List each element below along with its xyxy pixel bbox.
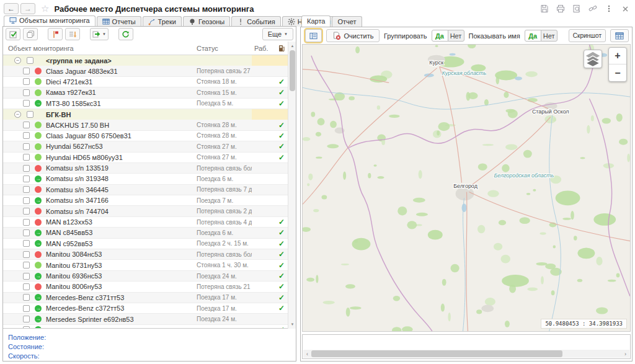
row-checkbox[interactable] [23, 305, 30, 312]
row-checkbox[interactable] [23, 154, 30, 161]
scroll-up-arrow[interactable]: ▲ [288, 44, 296, 48]
horizontal-scrollbar[interactable]: ‹ › [303, 350, 629, 358]
tab-report[interactable]: Отчет [332, 16, 362, 27]
table-row[interactable]: →MAN с952вв53Поездка 2 ч. 15 м.✓ [3, 239, 288, 249]
table-row[interactable]: →Mercedes-Benz с372тт53Поездка 17 м.✓ [3, 303, 288, 314]
table-row[interactable]: BACKHUS 17.50 BHСтоянка 28 м.✓ [3, 120, 288, 130]
row-checkbox[interactable] [23, 240, 30, 247]
map-layers-button[interactable] [584, 50, 602, 68]
tab-events[interactable]: События [231, 16, 280, 27]
table-row[interactable]: Claas Jaguar 4883ек31Потеряна связь 27 д… [3, 66, 288, 76]
row-checkbox[interactable] [23, 122, 30, 128]
table-row[interactable]: →✓ [3, 325, 288, 329]
uncheck-all-button[interactable] [23, 28, 38, 40]
print-icon[interactable] [556, 4, 566, 14]
map-area[interactable]: Курск Курская область Старый Оскол Белго… [302, 44, 631, 332]
forward-button[interactable]: → [20, 3, 35, 14]
scrollbar-track[interactable] [311, 350, 621, 357]
more-button[interactable]: Еще ▼ [262, 28, 293, 40]
map-settings-button[interactable] [610, 29, 629, 42]
table-row[interactable]: →Mercedes-Benz с371тт53Поездка 17 м.✓ [3, 293, 288, 303]
row-checkbox[interactable] [23, 175, 30, 182]
column-header-status[interactable]: Статус [194, 42, 252, 55]
row-checkbox[interactable] [23, 251, 30, 258]
table-vertical-scrollbar[interactable]: ▲ ▼ [288, 42, 296, 329]
row-checkbox[interactable] [23, 229, 30, 236]
scroll-left-arrow[interactable]: ‹ [303, 351, 311, 357]
row-checkbox[interactable] [23, 219, 30, 226]
tab-tracks[interactable]: Треки [143, 16, 182, 27]
close-icon[interactable] [620, 4, 630, 14]
legend-toggle-button[interactable] [305, 29, 322, 42]
column-header-fuel[interactable] [275, 42, 288, 55]
speed-link[interactable]: Скорость: [8, 352, 291, 361]
table-row[interactable]: →Mersedes Sprinter е692нв53Поездка 24 м. [3, 314, 288, 324]
state-link[interactable]: Состояние: [8, 342, 291, 352]
table-row[interactable]: →МТЗ-80 1585кс31Поездка 5 м.✓ [3, 99, 288, 109]
row-checkbox[interactable] [23, 132, 30, 139]
group-row[interactable]: −<группа не задана> [3, 55, 288, 66]
table-row[interactable]: MAN в123хх53Потеряна связь 4 дн. 22...✓ [3, 217, 288, 228]
tab-monitoring-objects[interactable]: Объекты мониторинга [4, 16, 95, 26]
scrollbar-thumb[interactable] [311, 350, 562, 357]
table-row[interactable]: Komatsu s/n 346445Потеряна связь 7 дн. 1… [3, 185, 288, 195]
table-row[interactable]: Komatsu s/n 744704Потеряна связь 2 дн. 1… [3, 206, 288, 216]
table-row[interactable]: Dieci 4721ек31Стоянка 18 м.✓ [3, 77, 288, 87]
row-checkbox[interactable] [23, 283, 30, 290]
scroll-down-arrow[interactable]: ▼ [288, 322, 296, 326]
group-row[interactable]: −БГК-ВН [3, 109, 288, 120]
table-row[interactable]: Komatsu s/n 133519Потеряна связь более 3… [3, 163, 288, 174]
group-checkbox[interactable] [27, 57, 33, 64]
table-row[interactable]: Manitou 6731ну53Стоянка 1 ч. 30 м.✓ [3, 260, 288, 270]
clear-map-button[interactable]: Очистить [326, 29, 380, 42]
preview-icon[interactable] [572, 4, 582, 14]
save-icon[interactable] [540, 4, 549, 14]
table-row[interactable]: Hyundai HD65 м806уу31Стоянка 27 м.✓ [3, 153, 288, 163]
map-canvas[interactable]: Курск Курская область Старый Оскол Белго… [303, 45, 630, 331]
refresh-button[interactable] [118, 28, 133, 40]
check-all-button[interactable] [6, 28, 20, 40]
row-checkbox[interactable] [23, 326, 30, 329]
set-marker-button[interactable] [48, 28, 63, 40]
back-button[interactable]: ← [4, 3, 19, 14]
row-checkbox[interactable] [23, 165, 30, 172]
table-row[interactable]: Manitou 3084нс53Потеряна связь более п..… [3, 249, 288, 260]
table-row[interactable]: Claas Jaguar 850 6750ев31Стоянка 28 м.✓ [3, 131, 288, 141]
group-yes-button[interactable]: Да [432, 30, 448, 42]
scroll-right-arrow[interactable]: › [621, 351, 629, 357]
row-checkbox[interactable] [23, 273, 30, 280]
collapse-toggle-icon[interactable]: − [14, 57, 21, 64]
scrollbar-thumb[interactable] [290, 50, 295, 91]
screenshot-button[interactable]: Скриншот [569, 29, 606, 42]
tab-reports[interactable]: Отчеты [97, 16, 141, 27]
collapse-toggle-icon[interactable]: − [14, 111, 21, 118]
row-checkbox[interactable] [23, 262, 30, 269]
tab-map[interactable]: Карта [301, 16, 331, 27]
show-name-yes-button[interactable]: Да [525, 30, 541, 42]
zoom-in-button[interactable]: + [609, 48, 626, 64]
row-checkbox[interactable] [23, 89, 30, 96]
row-checkbox[interactable] [23, 294, 30, 301]
more-menu-icon[interactable] [604, 4, 614, 14]
row-checkbox[interactable] [23, 68, 30, 74]
table-row[interactable]: →Komatsu s/n 319348Поездка 6 м. [3, 174, 288, 184]
row-checkbox[interactable] [23, 186, 30, 193]
table-row[interactable]: Manitou 8006ну53Потеряна связь 21 ч. 9 м… [3, 282, 288, 292]
row-checkbox[interactable] [23, 100, 30, 107]
row-checkbox[interactable] [23, 143, 30, 150]
row-checkbox[interactable] [23, 316, 30, 322]
show-name-no-button[interactable]: Нет [541, 30, 557, 42]
table-row[interactable]: →MAN с845вв53Поездка 6 м.✓ [3, 228, 288, 238]
sort-button[interactable] [65, 28, 80, 40]
row-checkbox[interactable] [23, 208, 30, 215]
group-no-button[interactable]: Нет [448, 30, 464, 42]
column-header-object[interactable]: Объект мониторинга [3, 42, 194, 55]
table-row[interactable]: Hyundai 5627нс53Стоянка 27 м.✓ [3, 141, 288, 152]
row-checkbox[interactable] [23, 197, 30, 204]
row-checkbox[interactable] [23, 78, 30, 85]
table-row[interactable]: →Manitou 6936нс53Поездка 24 м.✓ [3, 271, 288, 282]
favorite-star-icon[interactable]: ☆ [41, 3, 49, 14]
tab-geofences[interactable]: Геозоны [183, 16, 230, 27]
group-checkbox[interactable] [27, 111, 33, 118]
position-link[interactable]: Положение: [8, 333, 291, 342]
